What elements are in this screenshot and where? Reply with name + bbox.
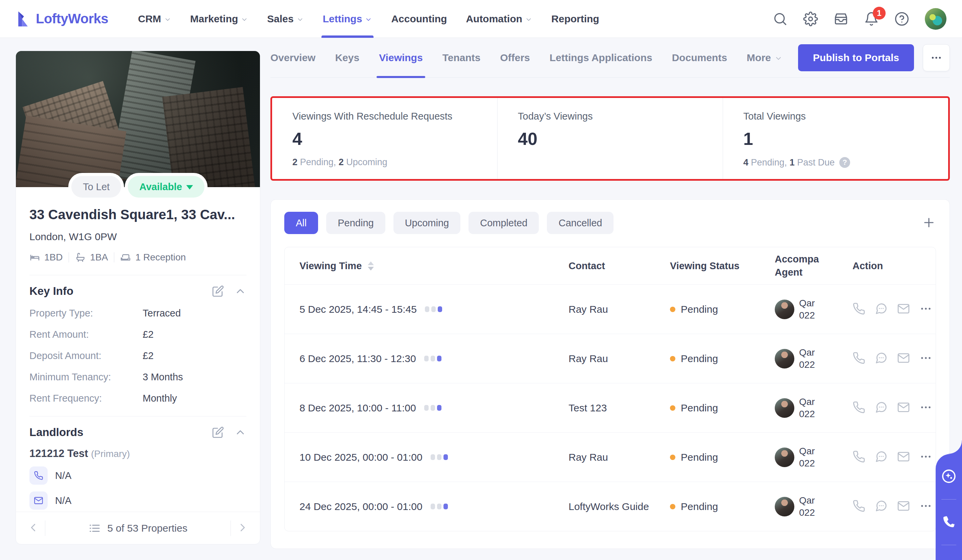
chat-icon[interactable] (875, 352, 888, 365)
filter-pending[interactable]: Pending (326, 212, 385, 234)
help-icon[interactable] (894, 11, 909, 26)
filter-all[interactable]: All (284, 212, 318, 234)
page-content: To Let Available 33 Cavendish Square1, 3… (0, 38, 962, 560)
bell-icon[interactable]: 1 (864, 11, 879, 26)
menu-automation[interactable]: Automation (456, 0, 542, 38)
availability-badge[interactable]: Available (128, 176, 204, 198)
more-dots-icon[interactable] (919, 302, 932, 316)
phone-icon[interactable] (29, 467, 48, 485)
mail-icon[interactable] (897, 401, 910, 415)
phone-icon[interactable] (852, 450, 865, 464)
menu-crm[interactable]: CRM (128, 0, 181, 38)
stat-reschedule-requests: Viewings With Reschedule Requests 4 2 Pe… (272, 98, 497, 179)
tab-offers[interactable]: Offers (490, 38, 539, 78)
col-accompanying-agent: Accompa Agent (775, 253, 852, 279)
more-dots-icon[interactable] (919, 500, 932, 513)
tab-overview[interactable]: Overview (270, 38, 325, 78)
property-title: 33 Cavendish Square1, 33 Cav... (29, 207, 246, 222)
divider (941, 545, 956, 545)
menu-sales[interactable]: Sales (258, 0, 313, 38)
filter-cancelled[interactable]: Cancelled (547, 212, 613, 234)
page-more-button[interactable] (923, 44, 950, 71)
menu-reporting[interactable]: Reporting (542, 0, 609, 38)
tab-tenants[interactable]: Tenants (433, 38, 491, 78)
col-action: Action (852, 261, 936, 272)
phone-icon[interactable] (941, 514, 957, 531)
phone-icon[interactable] (852, 401, 865, 415)
table-row[interactable]: 24 Dec 2025, 00:00 - 01:00 LoftyWorks Gu… (285, 482, 936, 531)
viewing-time: 24 Dec 2025, 00:00 - 01:00 (300, 501, 423, 512)
field-label: Property Type: (29, 308, 143, 319)
more-dots-icon[interactable] (919, 401, 932, 415)
tab-keys[interactable]: Keys (325, 38, 369, 78)
chat-icon[interactable] (875, 302, 888, 316)
phone-icon[interactable] (852, 352, 865, 365)
tab-lettings-applications[interactable]: Lettings Applications (540, 38, 662, 78)
tab-more[interactable]: More (737, 38, 793, 78)
settings-gear-icon[interactable] (803, 11, 818, 26)
publish-to-portals-button[interactable]: Publish to Portals (798, 44, 914, 71)
menu-automation-label: Automation (466, 13, 522, 25)
edit-icon[interactable] (212, 285, 224, 297)
landlord-name[interactable]: 121212 Test (29, 447, 88, 459)
prev-property-button[interactable] (25, 519, 42, 537)
agent-avatar (775, 447, 794, 467)
tab-viewings[interactable]: Viewings (369, 38, 433, 78)
tab-label: Offers (500, 52, 530, 63)
brand-logo[interactable]: LoftyWorks (16, 10, 108, 28)
mail-icon[interactable] (897, 450, 910, 464)
plus-icon (922, 216, 936, 230)
user-avatar[interactable] (925, 8, 946, 30)
search-icon[interactable] (773, 11, 788, 26)
stat-subtext: 2 Pending, 2 Upcoming (292, 157, 491, 167)
phone-icon[interactable] (852, 500, 865, 513)
filter-upcoming[interactable]: Upcoming (394, 212, 461, 234)
menu-marketing[interactable]: Marketing (181, 0, 258, 38)
landlord-primary-tag: (Primary) (91, 449, 130, 459)
tab-label: Keys (335, 52, 359, 63)
property-panel: To Let Available 33 Cavendish Square1, 3… (16, 51, 260, 544)
agent-cell: Qar022 (775, 445, 852, 470)
sort-icon[interactable] (368, 261, 374, 270)
photo-decoration (16, 51, 260, 187)
chat-icon[interactable] (875, 500, 888, 513)
edit-icon[interactable] (212, 426, 224, 438)
stat-sub-text: Pending, (748, 158, 789, 168)
field-value: Monthly (143, 393, 177, 404)
agent-cell: Qar022 (775, 346, 852, 371)
phone-icon[interactable] (852, 302, 865, 316)
chevron-up-icon[interactable] (234, 426, 246, 438)
table-row[interactable]: 6 Dec 2025, 11:30 - 12:30 Ray Rau Pendin… (285, 334, 936, 383)
mail-icon[interactable] (29, 491, 48, 510)
table-row[interactable]: 8 Dec 2025, 10:00 - 11:00 Test 123 Pendi… (285, 383, 936, 432)
tab-documents[interactable]: Documents (662, 38, 737, 78)
help-tooltip-icon[interactable]: ? (839, 157, 850, 168)
status-label: Pending (681, 452, 718, 463)
column-label: Viewing Status (670, 261, 739, 272)
table-row[interactable]: 10 Dec 2025, 00:00 - 01:00 Ray Rau Pendi… (285, 432, 936, 482)
chat-icon[interactable] (875, 401, 888, 415)
chevron-down-icon (240, 16, 248, 23)
inbox-icon[interactable] (834, 11, 848, 26)
availability-label: Available (139, 181, 182, 193)
status-label: Pending (681, 402, 718, 414)
ai-sparkle-icon[interactable] (941, 468, 957, 485)
menu-lettings[interactable]: Lettings (313, 0, 382, 38)
page-tabs: Overview Keys Viewings Tenants Offers Le… (270, 38, 950, 78)
filter-completed[interactable]: Completed (468, 212, 539, 234)
chat-icon[interactable] (875, 450, 888, 464)
more-dots-icon[interactable] (919, 352, 932, 365)
chevron-up-icon[interactable] (234, 285, 246, 297)
table-row[interactable]: 5 Dec 2025, 14:45 - 15:45 Ray Rau Pendin… (285, 285, 936, 334)
mail-icon[interactable] (897, 352, 910, 365)
tab-label: More (747, 52, 771, 63)
stat-sub-text: Pending, (297, 157, 339, 167)
add-viewing-button[interactable] (922, 216, 936, 231)
mail-icon[interactable] (897, 500, 910, 513)
next-property-button[interactable] (234, 519, 251, 537)
menu-accounting[interactable]: Accounting (382, 0, 456, 38)
action-cell (852, 352, 936, 365)
mail-icon[interactable] (897, 302, 910, 316)
more-dots-icon[interactable] (919, 450, 932, 464)
list-icon[interactable] (89, 522, 101, 534)
